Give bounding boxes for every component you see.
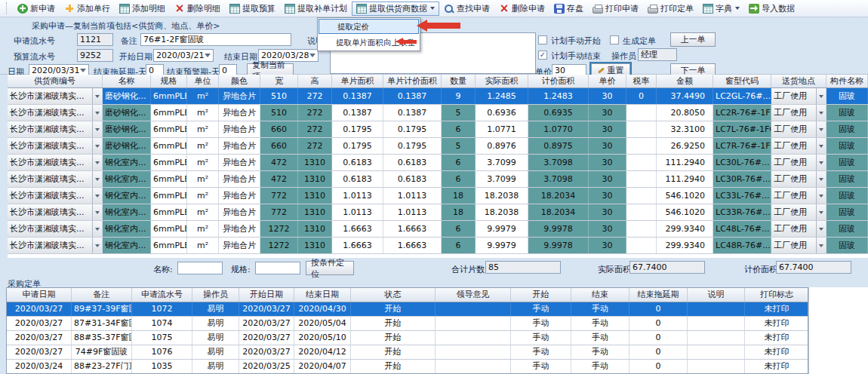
chevron-down-icon[interactable] — [816, 155, 826, 170]
cell — [626, 221, 657, 237]
cell: 异地合片 — [219, 221, 260, 237]
toolbar-button-14[interactable]: 导入数据 — [744, 2, 799, 16]
operator-input[interactable] — [638, 48, 677, 61]
cell: 1310 — [298, 238, 332, 253]
dropdown-cell[interactable]: 长沙市潇湘玻璃实... — [8, 204, 103, 220]
dropdown-cell[interactable]: 长沙市潇湘玻璃实... — [8, 188, 103, 204]
table-row[interactable]: 2020/03/2774#9F窗固玻1076易明2020/03/272020/0… — [7, 345, 808, 360]
toolbar-button-8[interactable]: 查找申请 — [439, 2, 494, 16]
spec-filter-input[interactable] — [255, 262, 300, 274]
chevron-down-icon[interactable] — [92, 155, 102, 170]
table-row[interactable]: 长沙市潇湘玻璃实...磨砂钢化...6mmPLE...m²异地合片6602720… — [8, 121, 868, 138]
locate-by-condition-button[interactable]: 按条件定位 — [306, 261, 354, 275]
cell: 2020/05/10 — [294, 331, 351, 345]
toolbar-button-11[interactable]: 打印申请 — [588, 2, 643, 16]
menu-item[interactable]: 提取定价 — [319, 19, 419, 34]
cell: 0.8976 — [476, 138, 528, 154]
chevron-down-icon[interactable] — [92, 204, 102, 220]
cell: LC30R-76#... — [713, 171, 771, 187]
table-row[interactable]: 长沙市潇湘玻璃实...磨砂钢化...6mmPLE...m²异地合片6602720… — [8, 138, 868, 155]
dropdown-cell[interactable]: 长沙市潇湘玻璃实... — [8, 88, 103, 104]
toolbar-button-7[interactable]: 提取供货商数据 — [352, 2, 439, 16]
cell: 0.8975 — [528, 138, 589, 154]
toolbar-button-13[interactable]: 字典 — [698, 2, 744, 16]
chevron-down-icon[interactable] — [92, 138, 102, 154]
chevron-down-icon[interactable] — [92, 188, 102, 204]
chevron-down-icon[interactable] — [816, 138, 826, 154]
dropdown-cell[interactable]: 工厂使用 — [771, 171, 826, 187]
generate-order-checkbox[interactable] — [610, 35, 619, 44]
chevron-down-icon[interactable] — [92, 238, 102, 253]
chevron-down-icon[interactable] — [816, 105, 826, 121]
cell: 546.1020 — [657, 204, 713, 220]
dropdown-cell[interactable]: 长沙市潇湘玻璃实... — [8, 238, 103, 253]
table-row[interactable]: 2020/03/2488#23-27F门顶玻1035易明2020/03/2520… — [7, 360, 808, 374]
toolbar-button-12[interactable]: 打印定单 — [643, 2, 698, 16]
cell: 开始 — [351, 345, 436, 359]
toolbar-button-9[interactable]: 删除申请 — [494, 2, 549, 16]
dropdown-cell[interactable]: 工厂使用 — [771, 155, 826, 170]
chevron-down-icon[interactable] — [92, 105, 102, 121]
toolbar-button-label: 打印定单 — [660, 3, 694, 14]
cell: 0.1387 — [383, 88, 442, 104]
cell: 固玻 — [826, 171, 868, 187]
dropdown-cell[interactable]: 工厂使用 — [771, 88, 826, 104]
toolbar-button-1[interactable]: 新申请 — [13, 2, 60, 16]
chevron-down-icon[interactable] — [816, 121, 826, 137]
budget-input[interactable] — [77, 49, 113, 62]
table-row[interactable]: 长沙市潇湘玻璃实...磨砂钢化...6mmPLE...m²异地合片5102720… — [8, 105, 868, 121]
toolbar-button-6[interactable]: 提取补单计划 — [280, 2, 352, 16]
chevron-down-icon[interactable] — [816, 238, 826, 253]
dropdown-cell[interactable]: 长沙市潇湘玻璃实... — [8, 105, 103, 121]
toolbar-button-2[interactable]: 添加单行 — [60, 2, 115, 16]
toolbar-button-5[interactable]: 提取预算 — [225, 2, 280, 16]
dropdown-cell[interactable]: 工厂使用 — [771, 188, 826, 204]
dropdown-cell[interactable]: 长沙市潇湘玻璃实... — [8, 221, 103, 237]
manual-start-checkbox[interactable] — [538, 35, 547, 44]
chevron-down-icon[interactable] — [816, 204, 826, 220]
table-row[interactable]: 长沙市潇湘玻璃实...钢化室内...6mmPLE...m²异地合片7721310… — [8, 204, 868, 221]
dropdown-cell[interactable]: 工厂使用 — [771, 138, 826, 154]
chevron-down-icon[interactable] — [92, 221, 102, 237]
chevron-down-icon[interactable] — [816, 88, 826, 104]
dropdown-cell[interactable]: 长沙市潇湘玻璃实... — [8, 121, 103, 137]
table-row[interactable]: 2020/03/2787#31-34F窗固玻1074易明2020/03/2720… — [7, 317, 808, 331]
column-header: 实际面积 — [476, 75, 528, 87]
chevron-down-icon[interactable] — [92, 171, 102, 187]
cell — [626, 171, 657, 187]
dropdown-cell[interactable]: 工厂使用 — [771, 105, 826, 121]
manual-end-checkbox[interactable]: ✓ — [538, 51, 547, 60]
dropdown-cell[interactable]: 长沙市潇湘玻璃实... — [8, 155, 103, 170]
cell: m² — [187, 171, 219, 187]
chevron-down-icon[interactable] — [92, 121, 102, 137]
toolbar-button-4[interactable]: 删除明细 — [170, 2, 225, 16]
serial-input[interactable] — [77, 33, 113, 46]
remark-input[interactable] — [140, 33, 291, 46]
cell: 2020/03/27 — [7, 302, 72, 316]
table-row[interactable]: 长沙市潇湘玻璃实...钢化室内...6mmPLE...m²异地合片4721310… — [8, 155, 868, 171]
toolbar-button-3[interactable]: 添加明细 — [115, 2, 170, 16]
prev-order-button[interactable]: 上一单 — [670, 32, 716, 47]
dropdown-cell[interactable]: 长沙市潇湘玻璃实... — [8, 138, 103, 154]
table-row[interactable]: 2020/03/2789#37-39F窗固玻1072易明2020/03/2720… — [7, 302, 808, 317]
dropdown-cell[interactable]: 工厂使用 — [771, 121, 826, 137]
cell: 9.9979 — [476, 238, 528, 253]
table-row[interactable]: 长沙市潇湘玻璃实...钢化室内...6mmPLE...m²异地合片1272131… — [8, 238, 868, 254]
table-row[interactable]: 长沙市潇湘玻璃实...磨砂钢化...6mmPLE...m²异地合片5102720… — [8, 88, 868, 105]
chevron-down-icon[interactable] — [92, 88, 102, 104]
dropdown-cell[interactable]: 工厂使用 — [771, 238, 826, 253]
chevron-down-icon[interactable] — [816, 221, 826, 237]
dropdown-cell[interactable]: 工厂使用 — [771, 221, 826, 237]
dropdown-cell[interactable]: 工厂使用 — [771, 204, 826, 220]
chevron-down-icon[interactable] — [816, 188, 826, 204]
table-row[interactable]: 长沙市潇湘玻璃实...钢化室内...6mmPLE...m²异地合片4721310… — [8, 171, 868, 188]
cell: 手动 — [511, 317, 571, 330]
table-row[interactable]: 长沙市潇湘玻璃实...钢化室内...6mmPLE...m²异地合片7721310… — [8, 188, 868, 204]
toolbar-button-10[interactable]: 存盘 — [549, 2, 588, 16]
table-row[interactable]: 2020/03/2788#35-37F窗固玻1075易明2020/03/2720… — [7, 331, 808, 345]
start-date-combo[interactable]: 2020/03/21 — [153, 49, 214, 62]
table-row[interactable]: 长沙市潇湘玻璃实...钢化室内...6mmPLE...m²异地合片1272131… — [8, 221, 868, 238]
chevron-down-icon[interactable] — [816, 171, 826, 187]
name-filter-input[interactable] — [177, 262, 223, 274]
dropdown-cell[interactable]: 长沙市潇湘玻璃实... — [8, 171, 103, 187]
